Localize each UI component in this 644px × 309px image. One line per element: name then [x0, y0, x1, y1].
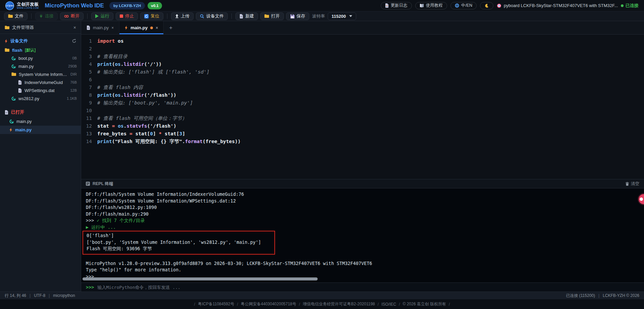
footer-link[interactable]: 增值电信业务经营许可证粤B2-20201198	[303, 301, 375, 307]
language-toggle[interactable]: 中/EN	[450, 2, 477, 9]
toolbar-separator	[31, 13, 32, 19]
code-line: 1import os	[81, 37, 644, 45]
line-content: # 查看 flash 内容	[97, 84, 143, 91]
line-content: # 输出类似: ['boot.py', 'main.py']	[97, 99, 193, 107]
terminal-output[interactable]: DF:f:/flash/System Volume Information/In…	[81, 188, 644, 282]
scrollbar-thumb[interactable]	[83, 277, 318, 280]
status-separator: |	[30, 293, 31, 298]
disconnect-button[interactable]: 断开	[60, 12, 84, 20]
footer-separator: /	[378, 302, 379, 307]
tree-item[interactable]: WPSettings.dat12B	[0, 86, 81, 94]
connect-button[interactable]: 连接	[35, 12, 58, 20]
terminal-line: Type "help()" for more information.	[86, 267, 639, 273]
toolbar-separator	[231, 13, 232, 19]
connected-dot-icon	[621, 4, 624, 7]
code-line: 8print(os.listdir('/flash'))	[81, 91, 644, 99]
file-size: 12B	[70, 88, 77, 92]
opened-list: main.pymain.py	[0, 117, 81, 134]
refresh-icon[interactable]	[72, 39, 76, 43]
stop-button[interactable]: 停止	[116, 12, 138, 20]
new-file-button[interactable]: 新建	[235, 12, 258, 20]
reset-button[interactable]: 复位	[140, 12, 163, 20]
changelog-icon	[385, 3, 389, 8]
file-size: 76B	[70, 80, 77, 84]
opened-file-item[interactable]: main.py	[0, 117, 81, 126]
code-area[interactable]: 1import os2 3# 查看根目录4print(os.listdir('/…	[81, 35, 644, 179]
tree-item[interactable]: System Volume InformationDIR	[0, 70, 81, 78]
trash-icon	[626, 182, 629, 186]
open-file-button[interactable]: 打开	[260, 12, 284, 20]
run-button[interactable]: 运行	[91, 12, 113, 20]
footer-separator: /	[299, 302, 300, 307]
tree-item-name: System Volume Information	[19, 72, 68, 77]
device-name: pyboard LCKFB-SkyStar-STM32F407VET6 with…	[504, 3, 618, 8]
statusbar-left: 行 14, 列 46|UTF-8|micropython	[5, 293, 75, 299]
close-tab-icon[interactable]: ×	[111, 26, 114, 30]
footer-link[interactable]: 粤公网安备44030402005718号	[241, 301, 296, 307]
toolbar-separator	[87, 13, 88, 19]
footer-link[interactable]: 粤ICP备11084592号	[198, 301, 234, 307]
modified-dot-icon	[150, 27, 153, 29]
tree-item-name: IndexerVolumeGuid	[24, 80, 63, 85]
status-item: 已连接 (115200)	[566, 293, 595, 299]
editor-tab[interactable]: main.py×	[81, 21, 119, 34]
tree-item-name: ws2812.py	[18, 96, 39, 101]
close-tab-icon[interactable]: ×	[156, 26, 158, 30]
editor-tab[interactable]: main.py×	[119, 21, 164, 34]
flash-icon	[9, 128, 12, 132]
micropython-web-ide: LC@SC 立创开发板 WWW.LCKFB.COM MicroPython We…	[0, 0, 644, 309]
tree-item[interactable]: main.py290B	[0, 62, 81, 70]
code-line: 2	[81, 45, 644, 53]
tree-item[interactable]: boot.py0B	[0, 54, 81, 62]
footer-link[interactable]: ISO/IEC	[381, 302, 396, 307]
device-files-button[interactable]: 设备文件	[196, 12, 228, 20]
tree-item-name: flash	[12, 48, 22, 53]
line-number: 5	[81, 68, 97, 76]
changelog-button[interactable]: 更新日志	[381, 2, 412, 9]
tree-item[interactable]: ws2812.py1.1KB	[0, 94, 81, 102]
tree-item[interactable]: IndexerVolumeGuid76B	[0, 78, 81, 86]
tab-bar: main.py×main.py×+	[81, 21, 644, 35]
upload-button[interactable]: 上传	[171, 12, 194, 20]
terminal-hscrollbar[interactable]	[83, 277, 643, 280]
lckfb-logo-icon: LC@SC	[5, 1, 14, 10]
status-separator: |	[49, 293, 50, 298]
line-content: print("Flash 可用空间: {} 字节".format(free_by…	[97, 138, 241, 145]
line-content: print(os.listdir('/flash'))	[97, 91, 176, 99]
tutorial-button[interactable]: 使用教程	[415, 2, 447, 9]
new-tab-button[interactable]: +	[164, 21, 178, 34]
terminal-line: >>> ✓ 找到 7 个文件/目录	[86, 217, 639, 224]
app-title: MicroPython Web IDE	[45, 2, 104, 9]
line-content: free_bytes = stat[0] * stat[3]	[97, 130, 185, 138]
repl-command-input[interactable]	[97, 285, 639, 290]
tab-label: main.py	[130, 25, 148, 30]
clear-terminal-button[interactable]: 清空	[626, 181, 639, 187]
line-number: 10	[81, 107, 97, 115]
terminal-input-row: >>>	[81, 282, 644, 292]
repl-terminal: REPL 终端 清空 DF:f:/flash/System Volume Inf…	[81, 179, 644, 292]
code-line: 9# 输出类似: ['boot.py', 'main.py']	[81, 99, 644, 107]
terminal-title: REPL 终端	[93, 181, 113, 187]
tree-item-name: boot.py	[18, 56, 33, 61]
theme-toggle[interactable]	[480, 2, 493, 9]
terminal-line: DF:f:/flash/System Volume Information/WP…	[86, 198, 639, 205]
baud-select[interactable]: 115200	[328, 12, 357, 20]
brand-url: WWW.LCKFB.COM	[17, 7, 39, 9]
line-content	[97, 76, 100, 84]
footer-link[interactable]: © 2026 嘉立创 版权所有	[402, 301, 446, 307]
tree-item[interactable]: flash[默认]	[0, 46, 81, 54]
lightning-icon	[5, 39, 8, 43]
file-manager-header: 文件管理器 ×	[0, 21, 81, 34]
brand: LC@SC 立创开发板 WWW.LCKFB.COM MicroPython We…	[5, 1, 162, 10]
line-number: 2	[81, 45, 97, 53]
tree-item-name: WPSettings.dat	[24, 88, 55, 93]
folder-icon	[5, 48, 9, 52]
reset-icon	[144, 14, 149, 18]
save-file-button[interactable]: 保存	[286, 12, 309, 20]
terminal-header: REPL 终端 清空	[81, 179, 644, 188]
file-button[interactable]: 文件	[4, 12, 28, 20]
close-panel-button[interactable]: ×	[73, 25, 76, 30]
opened-file-item[interactable]: main.py	[0, 126, 81, 134]
code-line: 7# 查看 flash 内容	[81, 84, 644, 91]
device-files-section[interactable]: 设备文件	[0, 36, 81, 46]
